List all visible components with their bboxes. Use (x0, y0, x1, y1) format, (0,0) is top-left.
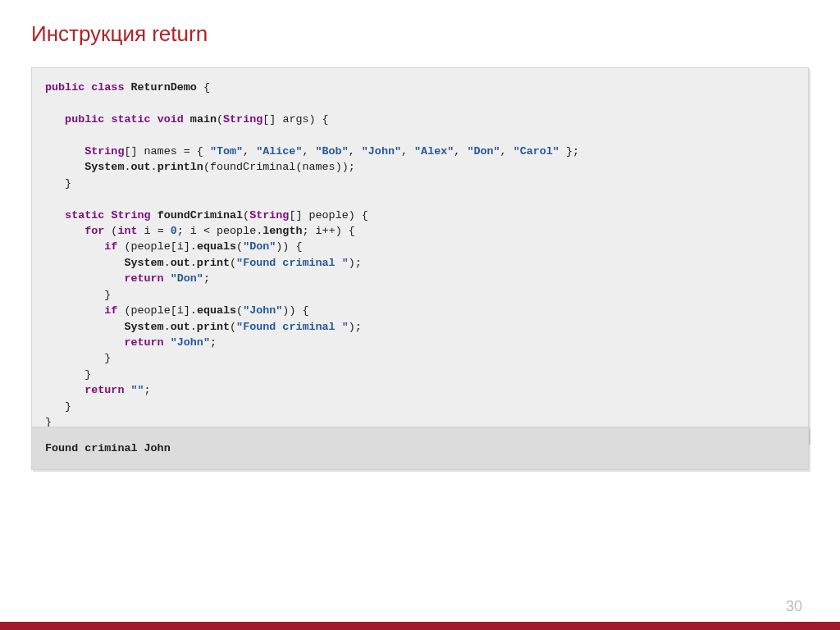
var-i: i (316, 225, 322, 237)
page-number: 30 (786, 598, 802, 615)
str-empty: "" (130, 384, 144, 396)
type-string: String (111, 209, 150, 221)
type-string-arr: String (84, 145, 124, 158)
str-don: "Don" (171, 272, 203, 285)
str-carol: "Carol" (514, 145, 559, 158)
field-length: length (262, 225, 302, 237)
output-block: Found criminal John (31, 427, 809, 470)
kw-static: static (65, 209, 104, 221)
var-people: people (130, 240, 170, 253)
kw-for: for (84, 225, 104, 237)
kw-if: if (104, 304, 117, 317)
kw-public: public (65, 113, 104, 126)
method-println: println (158, 161, 203, 173)
str-alice: "Alice" (256, 145, 302, 158)
class-system: System (124, 257, 163, 269)
var-people: people (130, 304, 170, 317)
str-bob: "Bob" (316, 145, 349, 158)
param-people: people (308, 209, 348, 221)
str-john: "John" (171, 336, 210, 349)
kw-void: void (158, 113, 184, 126)
method-print: print (197, 257, 230, 269)
class-name: ReturnDemo (131, 81, 197, 94)
str-don: "Don" (467, 145, 500, 158)
slide-title: Инструкция return (31, 21, 208, 47)
method-equals: equals (197, 240, 236, 253)
method-foundcriminal: foundCriminal (158, 209, 243, 221)
type-string-arr: String (223, 113, 262, 126)
str-found-criminal: "Found criminal " (236, 257, 349, 269)
var-names: names (144, 145, 177, 158)
var-i: i (190, 225, 197, 237)
field-out: out (130, 161, 150, 173)
field-out: out (171, 257, 190, 269)
class-system: System (84, 161, 124, 173)
method-equals: equals (197, 304, 236, 317)
class-system: System (124, 321, 163, 333)
kw-return: return (84, 384, 124, 396)
var-people: people (217, 225, 256, 237)
kw-if: if (104, 240, 117, 253)
type-string-arr: String (249, 209, 289, 221)
str-found-criminal: "Found criminal " (236, 321, 349, 333)
kw-return: return (124, 272, 163, 285)
num-zero: 0 (171, 225, 177, 237)
var-i: i (177, 304, 184, 317)
str-john: "John" (362, 145, 401, 158)
kw-static: static (111, 113, 150, 126)
field-out: out (171, 321, 190, 333)
arg-names: names (302, 161, 335, 173)
code-block: public class ReturnDemo { public static … (31, 67, 809, 443)
var-i: i (144, 225, 151, 237)
footer-bar (0, 622, 840, 630)
method-print: print (197, 321, 230, 333)
kw-public: public (45, 81, 84, 94)
var-i: i (177, 240, 184, 253)
method-main: main (190, 113, 217, 126)
kw-int: int (117, 225, 137, 237)
param-args: args (282, 113, 308, 126)
str-john: "John" (243, 304, 282, 317)
kw-class: class (91, 81, 124, 94)
str-don: "Don" (243, 240, 276, 253)
str-alex: "Alex" (414, 145, 454, 158)
call-foundcriminal: foundCriminal (210, 161, 295, 173)
kw-return: return (124, 336, 163, 349)
str-tom: "Tom" (210, 145, 243, 158)
